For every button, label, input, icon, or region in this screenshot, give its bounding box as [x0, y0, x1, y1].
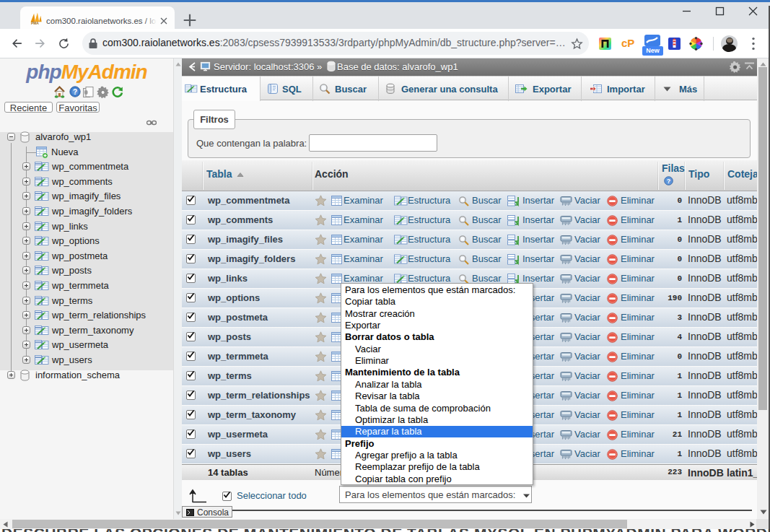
svg-text:?: ? — [73, 88, 77, 96]
svg-text:PMA: PMA — [31, 22, 39, 25]
svg-text:?: ? — [667, 178, 671, 185]
